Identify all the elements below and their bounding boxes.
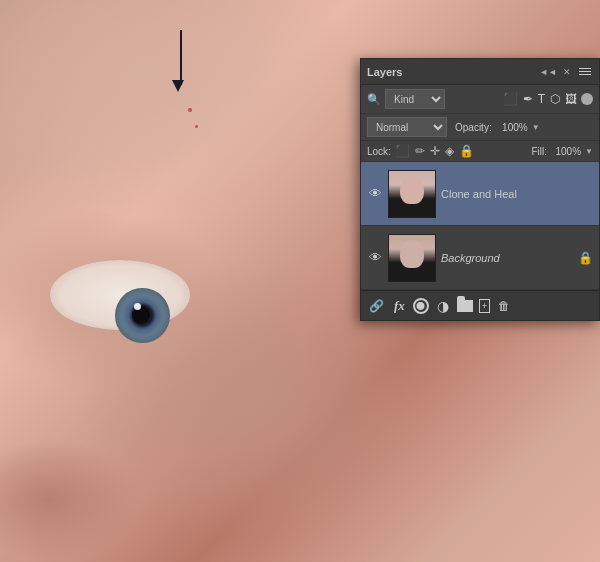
layer-thumbnail-1 bbox=[388, 170, 436, 218]
eye-white bbox=[50, 260, 190, 330]
opacity-dropdown-icon[interactable]: ▼ bbox=[532, 123, 540, 132]
add-mask-icon[interactable]: ⬤ bbox=[413, 298, 429, 314]
lock-transparent-icon[interactable]: ⬛ bbox=[395, 144, 410, 158]
fill-dropdown-icon[interactable]: ▼ bbox=[585, 147, 593, 156]
blemish-2 bbox=[195, 125, 198, 128]
filter-shape-icon[interactable]: ⬡ bbox=[549, 91, 561, 107]
kind-select[interactable]: Kind Name Effect Mode bbox=[385, 89, 445, 109]
iris bbox=[115, 288, 170, 343]
opacity-value[interactable]: 100% bbox=[496, 122, 528, 133]
collapse-double-icon[interactable]: ◄◄ bbox=[539, 67, 557, 77]
add-layer-style-icon[interactable]: fx bbox=[392, 296, 407, 316]
filter-smartobj-icon[interactable]: 🖼 bbox=[564, 91, 578, 107]
filter-icons: ⬛ ✒ T ⬡ 🖼 bbox=[502, 91, 593, 107]
filter-pixel-icon[interactable]: ⬛ bbox=[502, 91, 519, 107]
lock-paint-icon[interactable]: ✏ bbox=[415, 144, 425, 158]
blemish-1 bbox=[188, 108, 192, 112]
layer-visibility-toggle-1[interactable]: 👁 bbox=[367, 186, 383, 201]
lock-artboard-icon[interactable]: ◈ bbox=[445, 144, 454, 158]
new-fill-adjustment-icon[interactable]: ◑ bbox=[435, 296, 451, 316]
filter-type-icon[interactable]: T bbox=[537, 91, 546, 107]
layer-item-clone-heal[interactable]: 👁 Clone and Heal bbox=[361, 162, 599, 226]
search-icon: 🔍 bbox=[367, 93, 381, 106]
panel-toolbar-kind: 🔍 Kind Name Effect Mode ⬛ ✒ T ⬡ 🖼 bbox=[361, 85, 599, 114]
lock-position-icon[interactable]: ✛ bbox=[430, 144, 440, 158]
panel-title-icons: ◄◄ ✕ bbox=[539, 66, 593, 77]
panel-toolbar-lock: Lock: ⬛ ✏ ✛ ◈ 🔒 Fill: 100% ▼ bbox=[361, 141, 599, 162]
link-layers-icon[interactable]: 🔗 bbox=[367, 297, 386, 315]
panel-title: Layers bbox=[367, 66, 402, 78]
layers-panel: Layers ◄◄ ✕ 🔍 Kind Name Effect Mode ⬛ ✒ … bbox=[360, 58, 600, 321]
arrow-shaft bbox=[180, 30, 182, 85]
new-layer-icon[interactable]: + bbox=[479, 299, 490, 313]
eye-area bbox=[30, 240, 230, 360]
fill-label: Fill: bbox=[532, 146, 548, 157]
panel-toolbar-blend: Normal Dissolve Multiply Screen Overlay … bbox=[361, 114, 599, 141]
arrow-head bbox=[172, 80, 184, 92]
layer-item-background[interactable]: 👁 Background 🔒 bbox=[361, 226, 599, 290]
lock-icons-group: ⬛ ✏ ✛ ◈ 🔒 bbox=[395, 144, 474, 158]
layer-lock-icon-2: 🔒 bbox=[578, 251, 593, 265]
eye-highlight bbox=[134, 303, 141, 310]
panel-titlebar: Layers ◄◄ ✕ bbox=[361, 59, 599, 85]
blend-mode-select[interactable]: Normal Dissolve Multiply Screen Overlay bbox=[367, 117, 447, 137]
layers-list: 👁 Clone and Heal 👁 Background 🔒 bbox=[361, 162, 599, 290]
panel-footer: 🔗 fx ⬤ ◑ + 🗑 bbox=[361, 290, 599, 320]
new-group-icon[interactable] bbox=[457, 300, 473, 312]
layer-visibility-toggle-2[interactable]: 👁 bbox=[367, 250, 383, 265]
close-icon[interactable]: ✕ bbox=[563, 67, 571, 77]
lock-label: Lock: bbox=[367, 146, 391, 157]
thumb-face-2 bbox=[389, 235, 435, 281]
layer-thumbnail-2 bbox=[388, 234, 436, 282]
delete-layer-icon[interactable]: 🗑 bbox=[496, 297, 512, 315]
filter-adjustment-icon[interactable]: ✒ bbox=[522, 91, 534, 107]
lock-all-icon[interactable]: 🔒 bbox=[459, 144, 474, 158]
opacity-label: Opacity: bbox=[455, 122, 492, 133]
fill-value[interactable]: 100% bbox=[551, 146, 581, 157]
layer-name-2: Background bbox=[441, 252, 573, 264]
panel-menu-icon[interactable] bbox=[577, 66, 593, 77]
filter-circle-icon[interactable] bbox=[581, 93, 593, 105]
layer-name-1: Clone and Heal bbox=[441, 188, 593, 200]
thumb-face-1 bbox=[389, 171, 435, 217]
